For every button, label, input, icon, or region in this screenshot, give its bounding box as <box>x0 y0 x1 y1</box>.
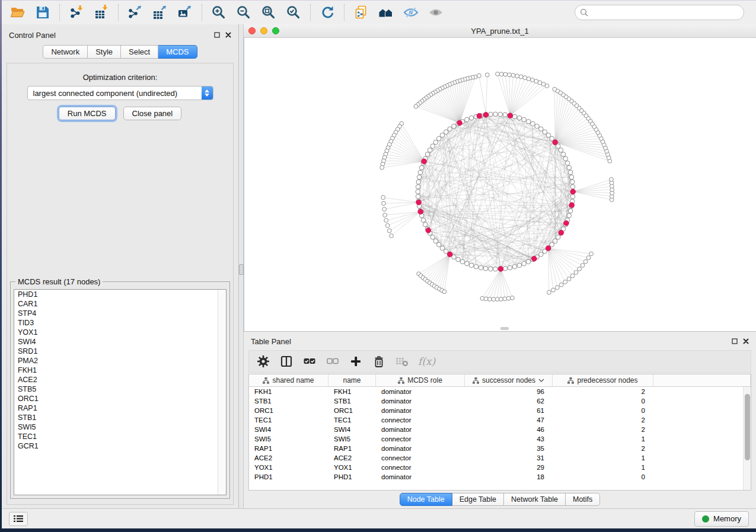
mcds-node[interactable] <box>416 200 422 205</box>
task-history-button[interactable] <box>9 512 28 526</box>
mcds-node[interactable] <box>569 203 575 208</box>
search-box[interactable] <box>575 5 744 20</box>
mcds-node[interactable] <box>564 220 569 226</box>
memory-button[interactable]: Memory <box>694 511 749 527</box>
canvas-hscroll-thumb[interactable] <box>500 327 509 330</box>
table-row[interactable]: STB1STB1dominator620 <box>249 396 751 406</box>
network-canvas[interactable] <box>244 38 756 331</box>
criterion-dropdown[interactable]: largest connected component (undirected) <box>27 86 213 100</box>
tab-network[interactable]: Network <box>43 45 88 59</box>
delete-table-button[interactable] <box>395 354 409 368</box>
export-image-button[interactable] <box>173 2 197 23</box>
table-row[interactable]: FKH1FKH1dominator962 <box>249 387 751 396</box>
tab-network-table[interactable]: Network Table <box>504 493 566 506</box>
table-row[interactable]: TEC1TEC1connector472 <box>249 415 751 425</box>
splitter-grip[interactable] <box>239 264 244 275</box>
mcds-node[interactable] <box>532 256 537 261</box>
mcds-node[interactable] <box>570 189 576 194</box>
mcds-result-item[interactable]: STB1 <box>14 413 226 422</box>
mcds-result-item[interactable]: ORC1 <box>14 394 226 403</box>
mcds-node[interactable] <box>426 228 431 233</box>
column-header-predecessor-nodes[interactable]: predecessor nodes <box>553 374 653 386</box>
mcds-result-item[interactable]: TEC1 <box>14 432 226 441</box>
table-scrollbar-thumb[interactable] <box>745 394 750 460</box>
tab-select[interactable]: Select <box>121 45 158 59</box>
mcds-result-item[interactable]: STB5 <box>14 384 226 394</box>
mcds-node[interactable] <box>546 246 551 251</box>
duplicate-network-button[interactable] <box>349 2 374 23</box>
mcds-result-item[interactable]: SWI5 <box>14 422 226 432</box>
table-row[interactable]: SWI4SWI4dominator462 <box>249 425 751 434</box>
delete-button[interactable] <box>372 354 386 368</box>
import-table-button[interactable] <box>89 2 114 23</box>
open-folder-button[interactable] <box>5 2 30 23</box>
table-scrollbar[interactable] <box>743 387 751 490</box>
table-row[interactable]: ACE2ACE2connector311 <box>249 453 751 463</box>
mcds-node[interactable] <box>498 267 503 272</box>
add-button[interactable] <box>349 354 363 368</box>
close-panel-button[interactable]: Close panel <box>123 107 182 120</box>
mcds-result-item[interactable]: STP4 <box>14 309 226 318</box>
import-network-button[interactable] <box>64 2 89 23</box>
mcds-list-scrollbar[interactable] <box>218 290 226 495</box>
select-all-button[interactable] <box>302 354 317 368</box>
mcds-result-item[interactable]: CAR1 <box>14 299 226 309</box>
mcds-result-item[interactable]: FKH1 <box>14 366 226 375</box>
gear-button[interactable] <box>256 354 270 368</box>
function-builder-button[interactable]: f(x) <box>418 355 435 367</box>
mcds-result-item[interactable]: ACE2 <box>14 375 226 384</box>
table-row[interactable]: ORC1ORC1dominator610 <box>249 406 751 415</box>
zoom-out-button[interactable] <box>231 2 256 23</box>
mcds-node[interactable] <box>447 252 452 257</box>
mcds-node[interactable] <box>418 209 423 214</box>
show-all-button[interactable] <box>423 2 448 23</box>
mcds-node[interactable] <box>553 140 558 145</box>
mcds-node[interactable] <box>477 113 482 118</box>
export-table-button[interactable] <box>148 2 173 23</box>
column-header-successor-nodes[interactable]: successor nodes <box>465 374 553 386</box>
export-network-button[interactable] <box>123 2 148 23</box>
mcds-result-item[interactable]: PHD1 <box>14 290 226 299</box>
close-panel-icon[interactable] <box>225 32 231 38</box>
tab-motifs[interactable]: Motifs <box>566 493 600 506</box>
zoom-selected-button[interactable] <box>281 2 306 23</box>
table-row[interactable]: YOX1YOX1connector291 <box>249 463 751 472</box>
mcds-result-list[interactable]: PHD1CAR1STP4TID3YOX1SWI4SRD1PMA2FKH1ACE2… <box>14 289 227 495</box>
columns-button[interactable] <box>279 354 294 368</box>
run-mcds-button[interactable]: Run MCDS <box>59 107 116 120</box>
mcds-result-item[interactable]: TID3 <box>14 318 226 328</box>
panel-splitter[interactable] <box>239 24 244 508</box>
tab-node-table[interactable]: Node Table <box>400 493 452 506</box>
mcds-result-item[interactable]: SRD1 <box>14 347 226 356</box>
mcds-result-item[interactable]: PMA2 <box>14 356 226 366</box>
float-table-panel-icon[interactable] <box>732 338 738 344</box>
mcds-node[interactable] <box>457 120 462 126</box>
zoom-fit-button[interactable] <box>256 2 281 23</box>
mcds-node[interactable] <box>508 113 513 118</box>
column-header-MCDS-role[interactable]: MCDS role <box>376 374 465 386</box>
first-neighbors-button[interactable] <box>374 2 398 23</box>
deselect-all-button[interactable] <box>326 354 340 368</box>
tab-edge-table[interactable]: Edge Table <box>452 493 504 506</box>
network-graph[interactable] <box>244 38 756 331</box>
mcds-node[interactable] <box>559 230 564 235</box>
close-table-panel-icon[interactable] <box>743 338 749 344</box>
save-button[interactable] <box>30 2 55 23</box>
table-row[interactable]: RAP1RAP1dominator352 <box>249 444 751 453</box>
mcds-result-item[interactable]: SWI4 <box>14 337 226 347</box>
refresh-button[interactable] <box>315 2 340 23</box>
hide-selected-button[interactable] <box>398 2 423 23</box>
mcds-result-item[interactable]: GCR1 <box>14 441 226 451</box>
column-header-name[interactable]: name <box>328 374 376 386</box>
tab-style[interactable]: Style <box>88 45 121 59</box>
zoom-in-button[interactable] <box>206 2 231 23</box>
mcds-node[interactable] <box>483 112 489 117</box>
float-panel-icon[interactable] <box>214 32 220 38</box>
tab-mcds[interactable]: MCDS <box>158 45 197 59</box>
search-input[interactable] <box>591 8 739 17</box>
mcds-result-item[interactable]: YOX1 <box>14 328 226 337</box>
column-header-shared-name[interactable]: shared name <box>249 374 328 386</box>
table-row[interactable]: PHD1PHD1dominator180 <box>249 472 751 482</box>
table-row[interactable]: SWI5SWI5connector431 <box>249 434 751 444</box>
mcds-node[interactable] <box>422 159 427 164</box>
